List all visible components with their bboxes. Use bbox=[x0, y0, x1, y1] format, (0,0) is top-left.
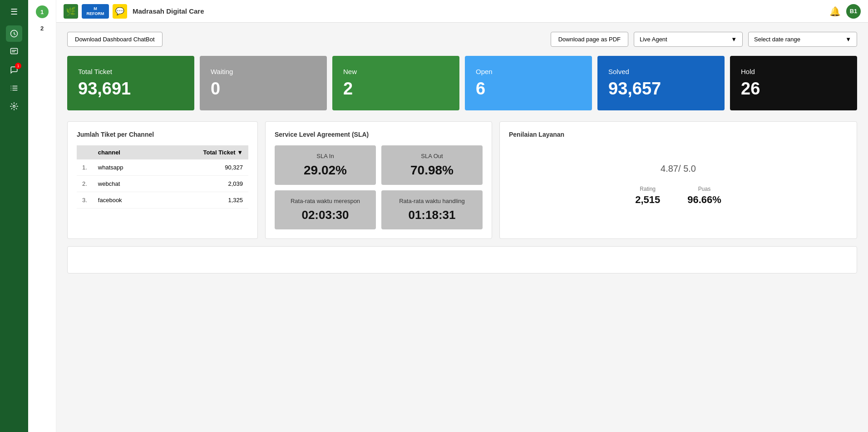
controls-row: Download Dashboard ChatBot Download page… bbox=[67, 32, 857, 47]
row-channel: whatsapp bbox=[93, 159, 158, 176]
sla-in-value: 29.02% bbox=[282, 163, 369, 178]
sidebar-icon-settings[interactable] bbox=[6, 98, 22, 114]
logo-area: 🌿 MREFORM 💬 bbox=[64, 4, 127, 19]
dropdown-arrow-icon: ▼ bbox=[731, 36, 737, 43]
avg-handling-box: Rata-rata waktu handling 01:18:31 bbox=[381, 190, 483, 229]
avg-respond-value: 02:03:30 bbox=[282, 208, 369, 222]
rating-sub: Rating 2,515 Puas 96.66% bbox=[509, 186, 848, 206]
row-ticket-value: 1,325 bbox=[158, 192, 248, 209]
stat-card-new: New 2 bbox=[332, 56, 459, 110]
stat-label-total-ticket: Total Ticket bbox=[78, 68, 183, 75]
rating-panel: Penilaian Layanan 4.87/ 5.0 Rating 2,515… bbox=[499, 121, 857, 239]
rating-value: 2,515 bbox=[635, 194, 660, 206]
stat-label-solved: Solved bbox=[608, 68, 714, 75]
rating-panel-title: Penilaian Layanan bbox=[509, 131, 848, 138]
row-channel: webchat bbox=[93, 176, 158, 192]
stat-card-total-ticket: Total Ticket 93,691 bbox=[67, 56, 194, 110]
stat-value-new: 2 bbox=[343, 79, 449, 99]
col-ticket-header[interactable]: Total Ticket ▼ bbox=[158, 145, 248, 159]
live-agent-dropdown[interactable]: Live Agent ▼ bbox=[634, 32, 743, 47]
table-row: 1. whatsapp 90,327 bbox=[77, 159, 248, 176]
notification-bell-icon[interactable]: 🔔 bbox=[829, 6, 841, 17]
hamburger-icon[interactable]: ☰ bbox=[6, 4, 22, 20]
sla-panel-title: Service Level Agreement (SLA) bbox=[275, 131, 483, 138]
row-ticket-value: 2,039 bbox=[158, 176, 248, 192]
stat-value-total-ticket: 93,691 bbox=[78, 79, 183, 99]
logo-mr: MREFORM bbox=[82, 4, 109, 19]
app-title: Madrasah Digital Care bbox=[133, 7, 204, 15]
avg-handling-label: Rata-rata waktu handling bbox=[389, 198, 475, 204]
rating-label: Rating bbox=[635, 186, 660, 192]
nav-num-1[interactable]: 1 bbox=[36, 5, 49, 18]
date-dropdown-arrow-icon: ▼ bbox=[845, 36, 851, 43]
channel-panel: Jumlah Tiket per Channel channel Total T… bbox=[67, 121, 258, 239]
channel-panel-title: Jumlah Tiket per Channel bbox=[77, 131, 248, 138]
col-channel-header: channel bbox=[93, 145, 158, 159]
stat-label-waiting: Waiting bbox=[211, 68, 316, 75]
topbar: 🌿 MREFORM 💬 Madrasah Digital Care 🔔 B1 bbox=[56, 0, 868, 23]
avg-respond-box: Rata-rata waktu merespon 02:03:30 bbox=[275, 190, 376, 229]
stat-card-waiting: Waiting 0 bbox=[200, 56, 327, 110]
avg-respond-label: Rata-rata waktu merespon bbox=[282, 198, 369, 204]
panels-row: Jumlah Tiket per Channel channel Total T… bbox=[67, 121, 857, 239]
sidebar-icon-chat[interactable] bbox=[6, 44, 22, 60]
col-no-header bbox=[77, 145, 93, 159]
stat-card-hold: Hold 26 bbox=[730, 56, 857, 110]
stat-label-open: Open bbox=[476, 68, 581, 75]
channel-table: channel Total Ticket ▼ 1. whatsapp 90,32… bbox=[77, 145, 248, 209]
sidebar-icon-dashboard[interactable] bbox=[6, 25, 22, 42]
sla-out-value: 70.98% bbox=[389, 163, 475, 178]
sla-in-box: SLA In 29.02% bbox=[275, 145, 376, 185]
page-content: Download Dashboard ChatBot Download page… bbox=[56, 23, 868, 283]
nav-num-2[interactable]: 2 bbox=[36, 22, 49, 35]
user-avatar[interactable]: B1 bbox=[846, 4, 861, 19]
sidebar-icon-message[interactable]: 1 bbox=[6, 62, 22, 78]
svg-point-2 bbox=[13, 105, 15, 108]
rating-score-divider: / bbox=[678, 164, 683, 174]
avg-handling-value: 01:18:31 bbox=[389, 208, 475, 222]
sla-in-label: SLA In bbox=[282, 153, 369, 159]
sla-panel: Service Level Agreement (SLA) SLA In 29.… bbox=[265, 121, 492, 239]
stat-value-waiting: 0 bbox=[211, 79, 316, 99]
sla-grid: SLA In 29.02% SLA Out 70.98% Rata-rata w… bbox=[275, 145, 483, 229]
sidebar-icon-list[interactable] bbox=[6, 80, 22, 96]
stats-row: Total Ticket 93,691 Waiting 0 New 2 Open… bbox=[67, 56, 857, 110]
rating-item-rating: Rating 2,515 bbox=[635, 186, 660, 206]
stat-card-open: Open 6 bbox=[465, 56, 592, 110]
puas-label: Puas bbox=[687, 186, 721, 192]
sla-out-box: SLA Out 70.98% bbox=[381, 145, 483, 185]
rating-score-max: 5.0 bbox=[683, 164, 696, 174]
left-nav-numbers: 1 2 bbox=[28, 0, 56, 432]
row-channel: facebook bbox=[93, 192, 158, 209]
main-sidebar: ☰ 1 bbox=[0, 0, 28, 432]
rating-score: 4.87/ 5.0 bbox=[509, 152, 848, 177]
message-badge: 1 bbox=[15, 63, 21, 69]
download-pdf-button[interactable]: Download page as PDF bbox=[551, 32, 628, 47]
stat-value-solved: 93,657 bbox=[608, 79, 714, 99]
stat-card-solved: Solved 93,657 bbox=[597, 56, 725, 110]
logo-chat-icon: 💬 bbox=[113, 4, 127, 19]
logo-icon: 🌿 bbox=[64, 4, 78, 19]
main-content: 🌿 MREFORM 💬 Madrasah Digital Care 🔔 B1 D… bbox=[56, 0, 868, 432]
rating-item-puas: Puas 96.66% bbox=[687, 186, 721, 206]
row-no: 3. bbox=[77, 192, 93, 209]
table-row: 3. facebook 1,325 bbox=[77, 192, 248, 209]
svg-rect-1 bbox=[11, 49, 18, 54]
row-no: 2. bbox=[77, 176, 93, 192]
stat-label-hold: Hold bbox=[741, 68, 846, 75]
bottom-panel bbox=[67, 246, 857, 273]
stat-value-hold: 26 bbox=[741, 79, 846, 99]
puas-value: 96.66% bbox=[687, 194, 721, 206]
row-no: 1. bbox=[77, 159, 93, 176]
stat-value-open: 6 bbox=[476, 79, 581, 99]
row-ticket-value: 90,327 bbox=[158, 159, 248, 176]
download-chatbot-button[interactable]: Download Dashboard ChatBot bbox=[67, 32, 163, 47]
date-range-dropdown[interactable]: Select date range ▼ bbox=[748, 32, 857, 47]
table-row: 2. webchat 2,039 bbox=[77, 176, 248, 192]
sla-out-label: SLA Out bbox=[389, 153, 475, 159]
stat-label-new: New bbox=[343, 68, 449, 75]
